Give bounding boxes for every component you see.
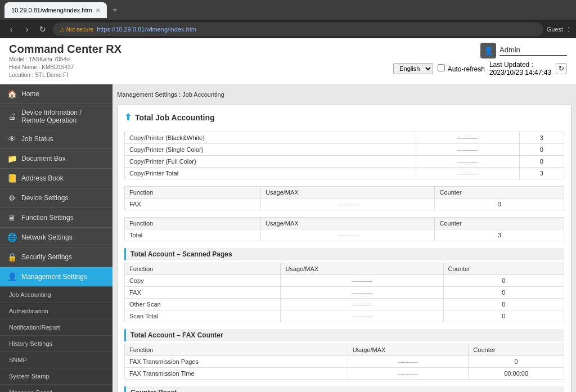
scan-function-header: Function — [125, 263, 281, 275]
security-settings-icon: 🔒 — [7, 252, 17, 262]
tab-close-button[interactable]: ✕ — [96, 7, 100, 13]
sidebar-item-security-settings[interactable]: 🔒 Security Settings — [0, 247, 112, 267]
sidebar-label-function-settings: Function Settings — [21, 214, 74, 222]
scan-copy-counter: 0 — [443, 275, 564, 287]
sidebar-item-history-settings[interactable]: History Settings — [0, 336, 112, 352]
copy-printer-table: Copy/Printer (Black&White) ---------- 3 … — [124, 132, 564, 179]
sidebar-item-address-book[interactable]: 📒 Address Book — [0, 169, 112, 188]
sidebar-item-function-settings[interactable]: 🖥 Function Settings — [0, 208, 112, 228]
sidebar-item-notification-report[interactable]: Notification/Report — [0, 319, 112, 336]
sidebar-item-authentication[interactable]: Authentication — [0, 303, 112, 319]
copy-bw-label: Copy/Printer (Black&White) — [125, 132, 416, 144]
scan-total-label: Scan Total — [125, 310, 281, 322]
sidebar-label-security-settings: Security Settings — [21, 253, 72, 261]
sidebar-item-document-box[interactable]: 📁 Document Box — [0, 149, 112, 169]
sidebar-item-network-settings[interactable]: 🌐 Network Settings — [0, 228, 112, 247]
network-settings-icon: 🌐 — [7, 232, 17, 242]
sidebar-item-job-accounting[interactable]: Job Accounting — [0, 287, 112, 303]
table-row: FAX ---------- 0 — [125, 199, 564, 210]
last-updated-area: Last Updated : 2023/10/23 14:47:43 — [489, 61, 551, 76]
fax-cnt-function-header: Function — [125, 344, 348, 356]
sidebar-item-device-info[interactable]: 🖨 Device Information / Remote Operation — [0, 104, 112, 129]
sidebar-label-job-status: Job Status — [21, 135, 53, 143]
address-bar[interactable]: ⚠ Not secure https://10.29.0.81/wlmeng/i… — [53, 22, 543, 36]
fax-counter-table: Function Usage/MAX Counter FAX Transmiss… — [124, 344, 564, 380]
language-select[interactable]: English — [393, 63, 433, 74]
fax-counter-title: Total Account – FAX Counter — [124, 329, 564, 341]
controls-row: English Auto-refresh Last Updated : 2023… — [393, 61, 567, 76]
device-info-icon: 🖨 — [7, 111, 17, 121]
sidebar-label-home: Home — [21, 90, 39, 98]
nav-buttons: ‹ › ↻ — [4, 22, 50, 36]
sidebar-item-snmp[interactable]: SNMP — [0, 352, 112, 368]
fax-cnt-counter-header: Counter — [469, 344, 564, 356]
refresh-button[interactable]: ↻ — [556, 63, 567, 74]
auto-refresh-checkbox[interactable] — [438, 64, 445, 71]
auto-refresh-label[interactable]: Auto-refresh — [438, 64, 485, 73]
table-row: Scan Total ---------- 0 — [125, 310, 564, 322]
table-row: Total ---------- 3 — [125, 229, 564, 241]
total-label: Total — [125, 229, 261, 241]
copy-full-label: Copy/Printer (Full Color) — [125, 156, 416, 168]
sidebar-label-authentication: Authentication — [9, 308, 48, 314]
fax-tx-pages-label: FAX Transmission Pages — [125, 356, 348, 368]
copy-total-usage: ---------- — [416, 168, 519, 179]
menu-icon[interactable]: ⋮ — [565, 26, 572, 33]
sidebar: 🏠 Home 🖨 Device Information / Remote Ope… — [0, 84, 112, 392]
table-row: Copy/Printer Total ---------- 3 — [125, 168, 564, 179]
browser-tab[interactable]: 10.29.0.81/wlmeng/index.htm ✕ — [4, 2, 107, 18]
sidebar-label-device-settings: Device Settings — [21, 194, 68, 202]
sidebar-item-message-board[interactable]: Message Board — [0, 385, 112, 392]
location-label: Location : STL Demo FI — [9, 71, 122, 79]
address-bar-row: ‹ › ↻ ⚠ Not secure https://10.29.0.81/wl… — [0, 20, 576, 38]
section-title: ⬆ Total Job Accounting — [124, 112, 564, 125]
table-header-row: Function Usage/MAX Counter — [125, 344, 564, 356]
brand-title: Command Center RX — [9, 43, 122, 56]
reload-button[interactable]: ↻ — [36, 22, 50, 36]
scan-counter-header: Counter — [443, 263, 564, 275]
table-header-row: Function Usage/MAX Counter — [125, 187, 564, 199]
table-row: FAX ---------- 0 — [125, 287, 564, 299]
brand-info: Command Center RX Model : TASKalfa 7054c… — [9, 43, 122, 79]
body-layout: 🏠 Home 🖨 Device Information / Remote Ope… — [0, 84, 576, 392]
scan-other-counter: 0 — [443, 299, 564, 310]
last-updated-value: 2023/10/23 14:47:43 — [489, 69, 551, 76]
table-row: Other Scan ---------- 0 — [125, 299, 564, 310]
copy-full-usage: ---------- — [416, 156, 519, 168]
copy-bw-usage: ---------- — [416, 132, 519, 144]
total-usage: ---------- — [261, 229, 435, 241]
copy-total-counter: 3 — [519, 168, 564, 179]
scan-other-label: Other Scan — [125, 299, 281, 310]
scan-usage-header: Usage/MAX — [281, 263, 443, 275]
hostname-label: Host Name : KMBD15437 — [9, 64, 122, 71]
fax-usage: ---------- — [261, 199, 435, 210]
sidebar-item-job-status[interactable]: 👁 Job Status — [0, 129, 112, 149]
app-container: Command Center RX Model : TASKalfa 7054c… — [0, 38, 576, 392]
table-header-row: Function Usage/MAX Counter — [125, 263, 564, 275]
admin-name: Admin — [500, 46, 567, 56]
fax-tx-pages-counter: 0 — [469, 356, 564, 368]
copy-single-usage: ---------- — [416, 144, 519, 156]
new-tab-button[interactable]: + — [112, 5, 118, 15]
function-settings-icon: 🖥 — [7, 213, 17, 223]
table-row: Copy/Printer (Single Color) ---------- 0 — [125, 144, 564, 156]
copy-full-counter: 0 — [519, 156, 564, 168]
forward-button[interactable]: › — [20, 22, 34, 36]
table-row: FAX Transmission Time ---------- 00:00:0… — [125, 368, 564, 380]
sidebar-item-device-settings[interactable]: ⚙ Device Settings — [0, 188, 112, 208]
sidebar-item-system-stamp[interactable]: System Stamp — [0, 368, 112, 385]
back-button[interactable]: ‹ — [4, 22, 18, 36]
sidebar-label-message-board: Message Board — [9, 389, 52, 392]
guest-label: Guest — [547, 26, 563, 33]
sidebar-item-home[interactable]: 🏠 Home — [0, 84, 112, 104]
sidebar-label-network-settings: Network Settings — [21, 233, 73, 241]
sidebar-label-device-info: Device Information / Remote Operation — [21, 109, 106, 124]
counter-reset-title: Counter Reset — [124, 386, 564, 392]
total-counter-header: Counter — [435, 218, 564, 229]
sidebar-item-management-settings[interactable]: 👤 Management Settings — [0, 267, 112, 287]
copy-single-counter: 0 — [519, 144, 564, 156]
table-row: Copy/Printer (Black&White) ---------- 3 — [125, 132, 564, 144]
sidebar-label-history-settings: History Settings — [9, 340, 52, 347]
scan-copy-label: Copy — [125, 275, 281, 287]
section-title-text: Total Job Accounting — [135, 113, 215, 122]
